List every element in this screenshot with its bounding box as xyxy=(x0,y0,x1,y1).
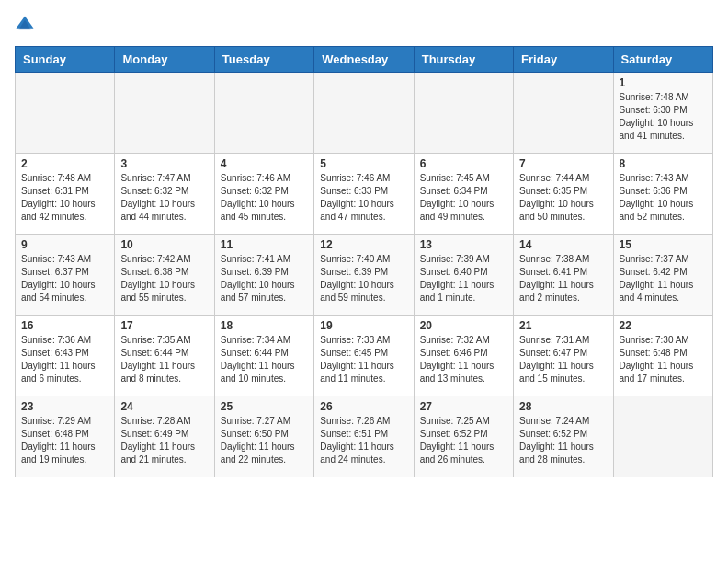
day-info: Sunrise: 7:44 AM Sunset: 6:35 PM Dayligh… xyxy=(519,172,607,224)
calendar-cell: 18Sunrise: 7:34 AM Sunset: 6:44 PM Dayli… xyxy=(214,316,313,396)
day-header-thursday: Thursday xyxy=(414,47,513,73)
calendar-cell: 28Sunrise: 7:24 AM Sunset: 6:52 PM Dayli… xyxy=(514,396,613,477)
day-info: Sunrise: 7:36 AM Sunset: 6:43 PM Dayligh… xyxy=(21,334,108,385)
day-number: 14 xyxy=(519,238,607,251)
day-info: Sunrise: 7:46 AM Sunset: 6:32 PM Dayligh… xyxy=(221,172,308,224)
calendar-cell: 7Sunrise: 7:44 AM Sunset: 6:35 PM Daylig… xyxy=(514,154,613,235)
calendar-cell xyxy=(115,73,214,154)
day-header-friday: Friday xyxy=(514,47,613,73)
day-info: Sunrise: 7:31 AM Sunset: 6:47 PM Dayligh… xyxy=(519,334,607,385)
day-info: Sunrise: 7:42 AM Sunset: 6:38 PM Dayligh… xyxy=(120,253,208,304)
day-info: Sunrise: 7:39 AM Sunset: 6:40 PM Dayligh… xyxy=(420,253,507,304)
calendar-cell xyxy=(214,73,313,154)
day-number: 1 xyxy=(620,76,707,89)
calendar-cell: 15Sunrise: 7:37 AM Sunset: 6:42 PM Dayli… xyxy=(613,235,712,316)
calendar-cell: 19Sunrise: 7:33 AM Sunset: 6:45 PM Dayli… xyxy=(314,316,414,396)
day-number: 2 xyxy=(21,157,108,170)
calendar-cell: 17Sunrise: 7:35 AM Sunset: 6:44 PM Dayli… xyxy=(115,316,214,396)
day-number: 9 xyxy=(21,238,108,251)
calendar-cell: 25Sunrise: 7:27 AM Sunset: 6:50 PM Dayli… xyxy=(214,396,313,477)
day-number: 21 xyxy=(519,319,607,332)
day-info: Sunrise: 7:26 AM Sunset: 6:51 PM Dayligh… xyxy=(320,415,407,466)
calendar-cell: 26Sunrise: 7:26 AM Sunset: 6:51 PM Dayli… xyxy=(314,396,414,477)
day-number: 8 xyxy=(620,157,707,170)
calendar-cell xyxy=(314,73,414,154)
calendar-cell: 21Sunrise: 7:31 AM Sunset: 6:47 PM Dayli… xyxy=(514,316,613,396)
day-info: Sunrise: 7:41 AM Sunset: 6:39 PM Dayligh… xyxy=(221,253,308,304)
day-number: 24 xyxy=(120,400,208,413)
day-number: 6 xyxy=(420,157,507,170)
day-info: Sunrise: 7:35 AM Sunset: 6:44 PM Dayligh… xyxy=(120,334,208,385)
day-number: 26 xyxy=(320,400,407,413)
calendar-cell: 23Sunrise: 7:29 AM Sunset: 6:48 PM Dayli… xyxy=(16,396,115,477)
calendar-week-2: 2Sunrise: 7:48 AM Sunset: 6:31 PM Daylig… xyxy=(16,154,713,235)
day-info: Sunrise: 7:25 AM Sunset: 6:52 PM Dayligh… xyxy=(420,415,507,466)
calendar: SundayMondayTuesdayWednesdayThursdayFrid… xyxy=(15,46,713,477)
day-info: Sunrise: 7:43 AM Sunset: 6:36 PM Dayligh… xyxy=(620,172,707,224)
day-info: Sunrise: 7:48 AM Sunset: 6:30 PM Dayligh… xyxy=(620,91,707,143)
day-number: 27 xyxy=(420,400,507,413)
day-info: Sunrise: 7:24 AM Sunset: 6:52 PM Dayligh… xyxy=(519,415,607,466)
day-number: 13 xyxy=(420,238,507,251)
calendar-cell: 2Sunrise: 7:48 AM Sunset: 6:31 PM Daylig… xyxy=(16,154,115,235)
calendar-cell xyxy=(414,73,513,154)
calendar-cell: 13Sunrise: 7:39 AM Sunset: 6:40 PM Dayli… xyxy=(414,235,513,316)
day-number: 4 xyxy=(221,157,308,170)
day-number: 16 xyxy=(21,319,108,332)
day-number: 15 xyxy=(620,238,707,251)
calendar-cell: 16Sunrise: 7:36 AM Sunset: 6:43 PM Dayli… xyxy=(16,316,115,396)
calendar-cell: 6Sunrise: 7:45 AM Sunset: 6:34 PM Daylig… xyxy=(414,154,513,235)
calendar-cell xyxy=(514,73,613,154)
day-info: Sunrise: 7:46 AM Sunset: 6:33 PM Dayligh… xyxy=(320,172,407,224)
day-info: Sunrise: 7:45 AM Sunset: 6:34 PM Dayligh… xyxy=(420,172,507,224)
calendar-cell: 11Sunrise: 7:41 AM Sunset: 6:39 PM Dayli… xyxy=(214,235,313,316)
calendar-header-row: SundayMondayTuesdayWednesdayThursdayFrid… xyxy=(16,47,713,73)
day-number: 23 xyxy=(21,400,108,413)
logo-icon xyxy=(15,15,35,35)
calendar-cell: 1Sunrise: 7:48 AM Sunset: 6:30 PM Daylig… xyxy=(613,73,712,154)
calendar-cell: 8Sunrise: 7:43 AM Sunset: 6:36 PM Daylig… xyxy=(613,154,712,235)
calendar-cell: 24Sunrise: 7:28 AM Sunset: 6:49 PM Dayli… xyxy=(115,396,214,477)
day-number: 25 xyxy=(221,400,308,413)
day-number: 3 xyxy=(120,157,208,170)
header xyxy=(15,15,713,35)
day-info: Sunrise: 7:27 AM Sunset: 6:50 PM Dayligh… xyxy=(221,415,308,466)
day-info: Sunrise: 7:47 AM Sunset: 6:32 PM Dayligh… xyxy=(120,172,208,224)
day-number: 11 xyxy=(221,238,308,251)
calendar-cell: 14Sunrise: 7:38 AM Sunset: 6:41 PM Dayli… xyxy=(514,235,613,316)
logo xyxy=(15,15,39,35)
day-number: 7 xyxy=(519,157,607,170)
day-number: 18 xyxy=(221,319,308,332)
calendar-cell: 9Sunrise: 7:43 AM Sunset: 6:37 PM Daylig… xyxy=(16,235,115,316)
calendar-cell: 12Sunrise: 7:40 AM Sunset: 6:39 PM Dayli… xyxy=(314,235,414,316)
day-number: 12 xyxy=(320,238,407,251)
day-info: Sunrise: 7:40 AM Sunset: 6:39 PM Dayligh… xyxy=(320,253,407,304)
calendar-week-1: 1Sunrise: 7:48 AM Sunset: 6:30 PM Daylig… xyxy=(16,73,713,154)
day-info: Sunrise: 7:38 AM Sunset: 6:41 PM Dayligh… xyxy=(519,253,607,304)
day-number: 20 xyxy=(420,319,507,332)
day-number: 28 xyxy=(519,400,607,413)
calendar-cell: 3Sunrise: 7:47 AM Sunset: 6:32 PM Daylig… xyxy=(115,154,214,235)
day-info: Sunrise: 7:33 AM Sunset: 6:45 PM Dayligh… xyxy=(320,334,407,385)
day-info: Sunrise: 7:29 AM Sunset: 6:48 PM Dayligh… xyxy=(21,415,108,466)
calendar-week-5: 23Sunrise: 7:29 AM Sunset: 6:48 PM Dayli… xyxy=(16,396,713,477)
calendar-cell: 5Sunrise: 7:46 AM Sunset: 6:33 PM Daylig… xyxy=(314,154,414,235)
calendar-cell: 10Sunrise: 7:42 AM Sunset: 6:38 PM Dayli… xyxy=(115,235,214,316)
calendar-week-3: 9Sunrise: 7:43 AM Sunset: 6:37 PM Daylig… xyxy=(16,235,713,316)
day-header-sunday: Sunday xyxy=(16,47,115,73)
calendar-cell: 27Sunrise: 7:25 AM Sunset: 6:52 PM Dayli… xyxy=(414,396,513,477)
day-number: 19 xyxy=(320,319,407,332)
calendar-cell xyxy=(16,73,115,154)
day-header-monday: Monday xyxy=(115,47,214,73)
calendar-cell: 4Sunrise: 7:46 AM Sunset: 6:32 PM Daylig… xyxy=(214,154,313,235)
day-info: Sunrise: 7:43 AM Sunset: 6:37 PM Dayligh… xyxy=(21,253,108,304)
day-info: Sunrise: 7:37 AM Sunset: 6:42 PM Dayligh… xyxy=(620,253,707,304)
day-header-wednesday: Wednesday xyxy=(314,47,414,73)
day-header-saturday: Saturday xyxy=(613,47,712,73)
day-info: Sunrise: 7:30 AM Sunset: 6:48 PM Dayligh… xyxy=(620,334,707,385)
day-number: 22 xyxy=(620,319,707,332)
day-number: 10 xyxy=(120,238,208,251)
calendar-cell xyxy=(613,396,712,477)
calendar-cell: 22Sunrise: 7:30 AM Sunset: 6:48 PM Dayli… xyxy=(613,316,712,396)
day-number: 5 xyxy=(320,157,407,170)
